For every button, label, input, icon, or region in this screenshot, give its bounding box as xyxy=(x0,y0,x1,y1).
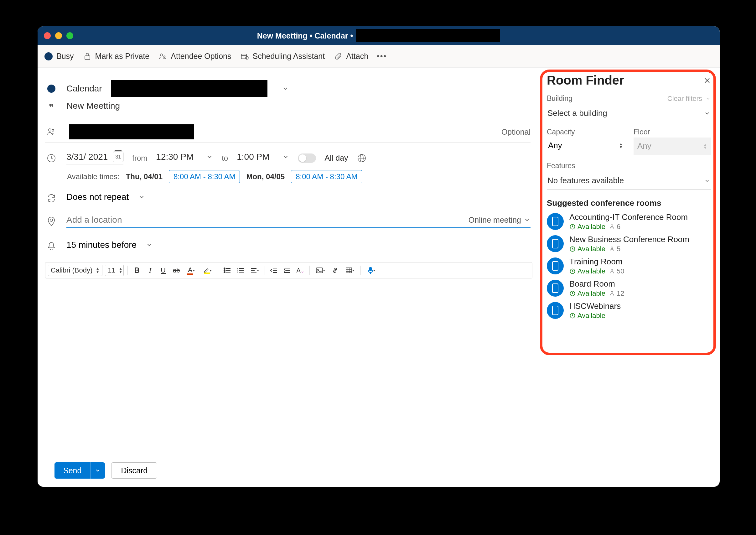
stepper-icon: ▲▼ xyxy=(96,267,99,273)
svg-point-16 xyxy=(224,271,225,273)
building-label: Building xyxy=(547,94,573,103)
room-capacity: 5 xyxy=(609,245,620,253)
attendees-row[interactable]: Optional xyxy=(45,119,530,143)
dictate-button[interactable]: ▾ xyxy=(365,265,378,276)
discard-button[interactable]: Discard xyxy=(111,462,157,479)
meeting-title-input[interactable] xyxy=(67,101,530,111)
insert-link-button[interactable] xyxy=(330,265,340,276)
clear-filters-button[interactable]: Clear filters xyxy=(667,95,711,103)
svg-point-3 xyxy=(164,57,165,58)
scheduling-assistant-button[interactable]: Scheduling Assistant xyxy=(240,52,325,61)
table-icon xyxy=(346,267,352,273)
room-availability: Available xyxy=(569,290,605,297)
titlebar: New Meetting • Calendar • xyxy=(38,26,720,45)
attendee-options-button[interactable]: Attendee Options xyxy=(159,52,231,61)
footer: Send Discard xyxy=(45,456,532,487)
avail-slot-1[interactable]: 8:00 AM - 8:30 AM xyxy=(169,170,240,183)
font-size-select[interactable]: 11 ▲▼ xyxy=(105,265,124,276)
minimize-window-button[interactable] xyxy=(55,32,62,39)
outdent-button[interactable] xyxy=(269,265,279,276)
send-button[interactable]: Send xyxy=(54,462,105,479)
room-icon xyxy=(547,280,564,296)
more-button[interactable]: ••• xyxy=(378,52,386,61)
bold-button[interactable]: B xyxy=(131,265,142,276)
italic-button[interactable]: I xyxy=(145,265,155,276)
date-picker[interactable]: 3/31/ 2021 31 xyxy=(67,152,124,164)
attach-label: Attach xyxy=(346,52,368,61)
svg-point-1 xyxy=(160,54,162,56)
svg-point-6 xyxy=(48,129,51,131)
floor-input[interactable]: Any ▲▼ xyxy=(633,137,711,155)
reminder-picker[interactable]: 15 minutes before xyxy=(67,240,153,252)
calendar-icon: 31 xyxy=(113,152,124,162)
align-button[interactable]: ▾ xyxy=(248,265,261,276)
clock-icon xyxy=(569,268,575,274)
svg-point-14 xyxy=(224,270,225,271)
end-time-picker[interactable]: 1:00 PM xyxy=(237,152,289,164)
avail-slot-2[interactable]: 8:00 AM - 8:30 AM xyxy=(291,170,362,183)
font-name-select[interactable]: Calibri (Body) ▲▼ xyxy=(48,265,102,276)
room-icon xyxy=(547,235,564,252)
room-item[interactable]: Accounting-IT Conference Room Available … xyxy=(547,212,711,231)
bullet-list-button[interactable] xyxy=(222,265,233,276)
room-finder-panel: Room Finder Building Clear filters Selec… xyxy=(540,68,720,320)
room-capacity: 12 xyxy=(609,290,624,297)
busy-status-button[interactable]: Busy xyxy=(44,52,74,61)
start-time-picker[interactable]: 12:30 PM xyxy=(156,152,213,164)
insert-table-button[interactable]: ▾ xyxy=(343,265,357,276)
editor-body[interactable] xyxy=(45,278,532,456)
features-select[interactable]: No features available xyxy=(547,172,711,189)
end-time-value: 1:00 PM xyxy=(237,152,269,162)
building-select[interactable]: Select a building xyxy=(547,105,711,122)
capacity-input[interactable]: Any ▲▼ xyxy=(547,137,624,153)
underline-button[interactable]: U xyxy=(158,265,168,276)
scheduling-assistant-label: Scheduling Assistant xyxy=(252,52,325,61)
all-day-toggle[interactable] xyxy=(298,154,316,163)
room-capacity: 6 xyxy=(609,223,620,231)
clock-icon xyxy=(45,154,58,163)
highlight-button[interactable]: ▾ xyxy=(200,265,214,276)
calendar-dropdown[interactable] xyxy=(282,85,289,92)
busy-status-icon xyxy=(44,52,53,61)
svg-rect-4 xyxy=(241,54,247,59)
timezone-button[interactable] xyxy=(357,154,366,163)
all-day-label: All day xyxy=(325,154,348,162)
indent-icon xyxy=(283,267,291,273)
floor-value: Any xyxy=(637,141,651,151)
close-window-button[interactable] xyxy=(44,32,51,39)
online-meeting-toggle[interactable]: Online meeting xyxy=(468,215,530,225)
room-item[interactable]: New Business Conference Room Available 5 xyxy=(547,235,711,253)
stepper-icon: ▲▼ xyxy=(703,143,707,150)
reminder-row: 15 minutes before xyxy=(45,232,532,256)
bullets-icon xyxy=(224,267,231,273)
room-item[interactable]: Board Room Available 12 xyxy=(547,279,711,297)
font-color-button[interactable]: A▾ xyxy=(184,265,198,276)
room-item[interactable]: Training Room Available 50 xyxy=(547,257,711,275)
close-panel-button[interactable] xyxy=(703,77,711,84)
avail-day-1: Thu, 04/01 xyxy=(126,172,162,181)
clear-formatting-button[interactable]: A⌄ xyxy=(295,265,306,276)
location-input[interactable] xyxy=(67,215,468,225)
outdent-icon xyxy=(270,267,278,273)
editor-toolbar: Calibri (Body) ▲▼ 11 ▲▼ B I U ab A▾ ▾ xyxy=(45,262,532,278)
zoom-window-button[interactable] xyxy=(67,32,73,39)
strikethrough-button[interactable]: ab xyxy=(171,265,182,276)
indent-button[interactable] xyxy=(282,265,293,276)
attach-button[interactable]: Attach xyxy=(334,52,368,61)
repeat-picker[interactable]: Does not repeat xyxy=(67,192,145,204)
mark-private-button[interactable]: Mark as Private xyxy=(83,52,150,61)
insert-image-button[interactable]: ▾ xyxy=(314,265,327,276)
more-icon: ••• xyxy=(378,52,386,61)
capacity-label: Capacity xyxy=(547,128,624,136)
redacted-calendar-name xyxy=(111,80,267,97)
optional-attendees-button[interactable]: Optional xyxy=(501,127,530,137)
room-item[interactable]: HSCWebinars Available xyxy=(547,301,711,320)
chevron-down-icon xyxy=(95,468,100,473)
font-size-value: 11 xyxy=(108,266,115,274)
ribbon: Busy Mark as Private Attendee Options Sc… xyxy=(38,45,720,68)
svg-point-12 xyxy=(224,268,225,269)
stepper-icon: ▲▼ xyxy=(619,143,623,149)
numbered-list-button[interactable]: 123 xyxy=(235,265,246,276)
send-dropdown[interactable] xyxy=(90,462,105,479)
room-name: Training Room xyxy=(569,257,711,267)
